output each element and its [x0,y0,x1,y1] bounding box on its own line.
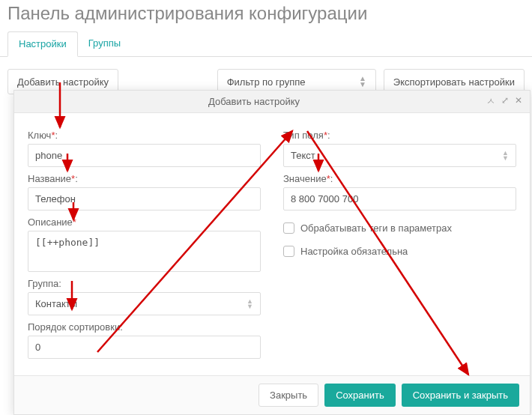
sort-input[interactable] [28,336,261,359]
group-select[interactable]: Контакты ▲▼ [28,292,261,315]
field-type-select[interactable]: Текст ▲▼ [283,144,516,167]
required-label: Настройка обязательна [300,246,408,257]
modal-body: Ключ*: Название*: Описание* Группа: Конт… [14,113,530,375]
add-setting-modal: Добавить настройку ㅅ ⤢ ✕ Ключ*: Название… [13,90,531,415]
label-name: Название*: [28,173,261,184]
chevron-updown-icon: ▲▼ [359,76,366,88]
label-group: Группа: [28,278,261,289]
field-type-value: Текст [291,150,315,161]
chevron-updown-icon: ▲▼ [247,299,253,309]
group-value: Контакты [35,298,77,309]
label-key: Ключ*: [28,130,261,141]
chevron-updown-icon: ▲▼ [502,151,509,161]
label-sort: Порядок сортировки: [28,321,261,333]
checkbox-icon [283,246,294,257]
label-description: Описание* [28,216,261,228]
save-and-close-button[interactable]: Сохранить и закрыть [402,384,519,407]
close-icon[interactable]: ✕ [515,95,522,108]
modal-footer: Закрыть Сохранить Сохранить и закрыть [14,375,530,414]
page-title: Панель администрирования конфигурации [0,0,532,31]
tab-groups[interactable]: Группы [78,31,131,56]
checkbox-icon [283,222,294,234]
modal-title: Добавить настройку [22,96,486,107]
key-input[interactable] [28,144,261,167]
filter-placeholder: Фильтр по группе [227,76,306,88]
close-button[interactable]: Закрыть [259,384,318,407]
process-tags-label: Обрабатывать теги в параметрах [300,222,452,234]
save-button[interactable]: Сохранить [324,384,396,407]
tabs: Настройки Группы [0,31,532,57]
collapse-icon[interactable]: ㅅ [486,95,495,108]
value-input[interactable] [283,187,516,210]
label-value: Значение*: [283,173,516,184]
process-tags-checkbox-row[interactable]: Обрабатывать теги в параметрах [283,222,516,234]
label-field-type: Тип поля*: [283,130,516,141]
description-textarea[interactable] [28,231,261,272]
modal-header: Добавить настройку ㅅ ⤢ ✕ [14,91,530,113]
expand-icon[interactable]: ⤢ [501,95,509,108]
required-checkbox-row[interactable]: Настройка обязательна [283,246,516,257]
name-input[interactable] [28,187,261,210]
tab-settings[interactable]: Настройки [7,31,78,57]
